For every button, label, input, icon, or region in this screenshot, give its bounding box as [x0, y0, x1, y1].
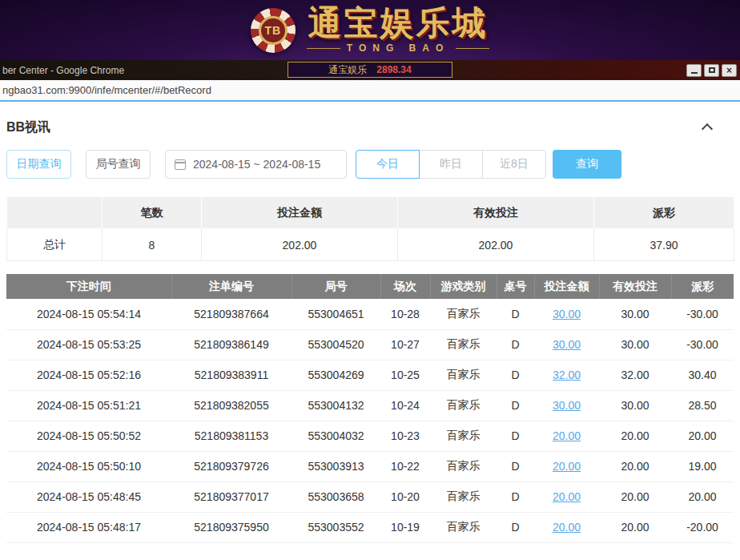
quick-last8days-button[interactable]: 近8日 — [482, 150, 546, 179]
close-button[interactable]: × — [722, 64, 737, 77]
bet-table-header-row: 下注时间 注单编号 局号 场次 游戏类别 桌号 投注金额 有效投注 派彩 — [6, 274, 734, 299]
round-query-tab[interactable]: 局号查询 — [86, 150, 151, 179]
bet-amount-cell: 20.00 — [534, 421, 599, 451]
table-row: 2024-08-15 05:50:52521809381153553004032… — [6, 421, 734, 451]
cell: 30.00 — [599, 299, 671, 329]
casino-chip-logo-icon: TB — [251, 8, 296, 53]
summary-header-bet-amount: 投注金额 — [202, 197, 398, 229]
cell: 2024-08-15 05:52:16 — [6, 360, 171, 390]
cell: 百家乐 — [430, 390, 497, 421]
cell: 2024-08-15 05:50:52 — [6, 421, 171, 451]
bet-amount-link[interactable]: 20.00 — [553, 521, 581, 534]
bet-amount-cell: 30.00 — [534, 299, 599, 329]
cell: 百家乐 — [430, 481, 497, 512]
cell: 百家乐 — [430, 329, 497, 360]
bet-amount-link[interactable]: 32.00 — [553, 369, 581, 381]
marquee-value: 2898.34 — [376, 64, 411, 75]
cell: 10-25 — [380, 360, 430, 390]
cell: 28.50 — [671, 390, 734, 421]
summary-header-payout: 派彩 — [594, 197, 734, 229]
summary-total-row: 总计 8 202.00 202.00 37.90 — [7, 229, 734, 261]
search-button[interactable]: 查询 — [553, 150, 621, 179]
url-bar[interactable]: ngbao31.com:9900/infe/mcenter/#/betRecor… — [0, 80, 740, 102]
cell: 2024-08-15 05:54:14 — [6, 299, 171, 329]
cell: 553003552 — [292, 512, 380, 542]
bet-record-page: BB视讯 日期查询 局号查询 2024-08-15 ~ 2024-08-15 今… — [0, 115, 740, 543]
header-order-id: 注单编号 — [171, 274, 292, 299]
date-query-tab[interactable]: 日期查询 — [6, 150, 71, 179]
table-row: 2024-08-15 05:48:45521809377017553003658… — [6, 481, 734, 512]
cell: D — [497, 421, 534, 451]
table-row: 2024-08-15 05:53:25521809386149553004520… — [6, 329, 734, 360]
header-table-no: 桌号 — [497, 274, 534, 299]
summary-total-payout: 37.90 — [594, 229, 734, 261]
quick-date-group: 今日 昨日 近8日 — [356, 150, 546, 179]
bet-amount-link[interactable]: 20.00 — [553, 490, 581, 503]
window-titlebar: ber Center - Google Chrome 通宝娱乐 2898.34 … — [0, 60, 740, 80]
quick-today-button[interactable]: 今日 — [356, 150, 420, 179]
cell: 553004651 — [292, 299, 380, 329]
cell: D — [497, 481, 534, 512]
header-round-id: 局号 — [292, 274, 380, 299]
window-controls: × — [686, 64, 740, 77]
table-row: 2024-08-15 05:48:17521809375950553003552… — [6, 512, 734, 542]
cell: 20.00 — [599, 512, 671, 542]
summary-total-count: 8 — [103, 229, 202, 261]
url-text: ngbao31.com:9900/infe/mcenter/#/betRecor… — [2, 84, 211, 96]
cell: 553003913 — [292, 451, 380, 481]
summary-header-valid-bet: 有效投注 — [398, 197, 594, 229]
subtitle-line-right — [456, 48, 489, 49]
cell: 10-20 — [380, 481, 430, 512]
cell: 32.00 — [599, 360, 671, 390]
cell: 百家乐 — [430, 451, 497, 481]
header-payout: 派彩 — [671, 274, 734, 299]
summary-table: 笔数 投注金额 有效投注 派彩 总计 8 202.00 202.00 37.90 — [6, 196, 734, 261]
bet-amount-link[interactable]: 20.00 — [553, 429, 581, 442]
cell: 521809377017 — [171, 481, 292, 512]
table-row: 2024-08-15 05:52:16521809383911553004269… — [6, 360, 734, 390]
cell: 百家乐 — [430, 512, 497, 542]
cell: 30.00 — [599, 390, 671, 421]
cell: 521809386149 — [171, 329, 292, 360]
summary-total-label: 总计 — [7, 229, 103, 261]
summary-header-blank — [7, 197, 103, 229]
cell: 30.00 — [599, 329, 671, 360]
chevron-up-icon[interactable] — [702, 123, 713, 135]
subtitle-line-left — [307, 48, 340, 49]
date-range-input[interactable]: 2024-08-15 ~ 2024-08-15 — [165, 150, 347, 179]
brand-title: 通宝娱乐城 — [308, 6, 488, 40]
cell: 521809387664 — [171, 299, 292, 329]
cell: 10-28 — [380, 299, 430, 329]
bet-amount-cell: 30.00 — [534, 390, 599, 421]
calendar-icon — [175, 159, 186, 170]
section-header: BB视讯 — [6, 115, 734, 140]
minimize-button[interactable] — [686, 64, 702, 77]
table-row: 2024-08-15 05:54:14521809387664553004651… — [6, 299, 734, 329]
filter-toolbar: 日期查询 局号查询 2024-08-15 ~ 2024-08-15 今日 昨日 … — [6, 150, 734, 179]
bet-amount-link[interactable]: 30.00 — [553, 338, 581, 351]
marquee-label: 通宝娱乐 — [328, 63, 367, 77]
cell: 553004269 — [292, 360, 380, 390]
bet-amount-cell: 20.00 — [534, 481, 599, 512]
casino-header: TB 通宝娱乐城 TONG BAO — [0, 0, 740, 60]
cell: 10-24 — [380, 390, 430, 421]
cell: 2024-08-15 05:51:21 — [6, 390, 171, 421]
cell: 20.00 — [671, 421, 734, 451]
summary-total-bet-amount: 202.00 — [202, 229, 398, 261]
bet-amount-link[interactable]: 30.00 — [553, 308, 581, 320]
cell: 553004520 — [292, 329, 380, 360]
header-bet-time: 下注时间 — [6, 274, 171, 299]
cell: 30.40 — [671, 360, 734, 390]
cell: -30.00 — [671, 299, 734, 329]
cell: 百家乐 — [430, 360, 497, 390]
minimize-icon — [691, 72, 698, 74]
quick-yesterday-button[interactable]: 昨日 — [419, 150, 483, 179]
maximize-button[interactable] — [704, 64, 719, 77]
bet-amount-link[interactable]: 30.00 — [553, 399, 581, 412]
header-valid-bet: 有效投注 — [599, 274, 671, 299]
cell: 553004032 — [292, 421, 380, 451]
header-session: 场次 — [380, 274, 430, 299]
jackpot-marquee: 通宝娱乐 2898.34 — [288, 62, 452, 78]
bet-amount-cell: 20.00 — [534, 451, 599, 481]
bet-amount-link[interactable]: 20.00 — [553, 460, 581, 473]
